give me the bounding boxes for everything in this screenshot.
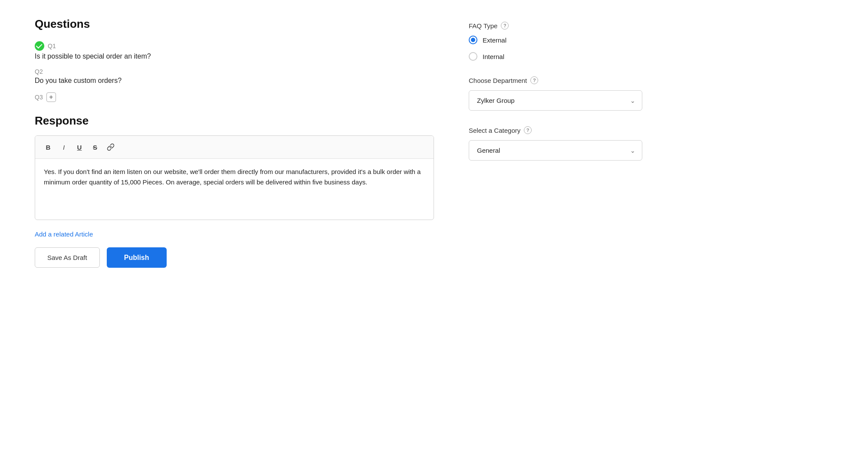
faq-internal-label: Internal bbox=[483, 53, 504, 60]
add-question-button[interactable]: + bbox=[46, 92, 56, 102]
italic-button[interactable]: I bbox=[57, 140, 71, 154]
q3-label: Q3 bbox=[35, 94, 43, 101]
publish-button[interactable]: Publish bbox=[107, 247, 167, 268]
q2-text: Do you take custom orders? bbox=[35, 77, 434, 85]
category-group: Select a Category ? General ⌄ bbox=[469, 126, 642, 161]
bold-button[interactable]: B bbox=[41, 140, 55, 154]
department-group: Choose Department ? Zylker Group ⌄ bbox=[469, 76, 642, 111]
faq-type-external-option[interactable]: External bbox=[469, 36, 642, 44]
department-help-icon[interactable]: ? bbox=[530, 76, 538, 84]
response-editor: B I U S Yes. If you don't find an item l… bbox=[35, 135, 434, 220]
faq-type-group: FAQ Type ? External Internal bbox=[469, 22, 642, 61]
questions-title: Questions bbox=[35, 17, 434, 31]
faq-type-internal-option[interactable]: Internal bbox=[469, 52, 642, 61]
category-label: Select a Category bbox=[469, 127, 520, 134]
action-buttons: Save As Draft Publish bbox=[35, 247, 434, 268]
editor-toolbar: B I U S bbox=[35, 136, 434, 159]
category-select[interactable]: General bbox=[469, 140, 642, 161]
category-help-icon[interactable]: ? bbox=[524, 126, 532, 134]
department-select-wrapper: Zylker Group ⌄ bbox=[469, 90, 642, 111]
add-article-link[interactable]: Add a related Article bbox=[35, 230, 93, 238]
save-draft-button[interactable]: Save As Draft bbox=[35, 247, 100, 268]
category-select-wrapper: General ⌄ bbox=[469, 140, 642, 161]
question-item-2: Q2 Do you take custom orders? bbox=[35, 68, 434, 85]
q1-text: Is it possible to special order an item? bbox=[35, 53, 434, 60]
response-content[interactable]: Yes. If you don't find an item listen on… bbox=[35, 159, 434, 220]
department-label: Choose Department bbox=[469, 77, 527, 84]
department-select[interactable]: Zylker Group bbox=[469, 90, 642, 111]
question-item-3: Q3 + bbox=[35, 92, 434, 102]
left-panel: Questions Q1 Is it possible to special o… bbox=[35, 17, 460, 268]
faq-type-help-icon[interactable]: ? bbox=[501, 22, 509, 30]
q1-label: Q1 bbox=[48, 43, 56, 49]
right-panel: FAQ Type ? External Internal Choose Depa… bbox=[460, 17, 642, 268]
response-section: Response B I U S Yes. If you don't find … bbox=[35, 114, 434, 220]
strikethrough-button[interactable]: S bbox=[88, 140, 102, 154]
faq-external-label: External bbox=[483, 36, 506, 44]
underline-button[interactable]: U bbox=[72, 140, 86, 154]
faq-internal-radio[interactable] bbox=[469, 52, 477, 61]
faq-type-label: FAQ Type bbox=[469, 22, 497, 30]
response-title: Response bbox=[35, 114, 434, 128]
q2-label: Q2 bbox=[35, 68, 43, 75]
q1-check-icon bbox=[35, 41, 44, 51]
link-button[interactable] bbox=[104, 140, 118, 154]
faq-type-radio-group: External Internal bbox=[469, 36, 642, 61]
question-item-1: Q1 Is it possible to special order an it… bbox=[35, 41, 434, 60]
faq-external-radio[interactable] bbox=[469, 36, 477, 44]
